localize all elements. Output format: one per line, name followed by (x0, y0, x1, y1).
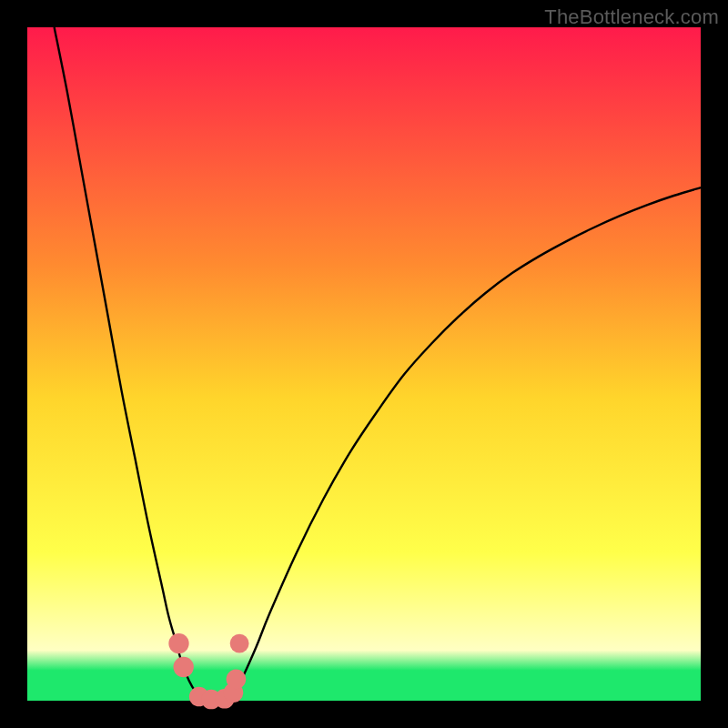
bottleneck-chart (0, 0, 728, 728)
m-left-upper (168, 633, 188, 653)
m-right-upper (230, 634, 249, 653)
m-floor-5 (227, 670, 247, 690)
chart-frame: TheBottleneck.com (0, 0, 728, 728)
plot-background (27, 27, 701, 701)
m-left-lower (174, 657, 194, 677)
watermark-label: TheBottleneck.com (544, 5, 719, 29)
